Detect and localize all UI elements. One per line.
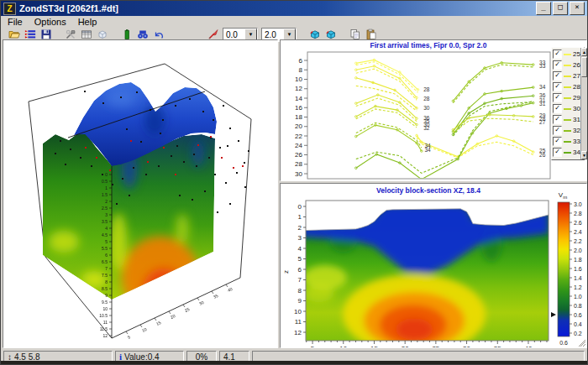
model3d-panel[interactable]: 00.511.522.533.544.555.566.577.588.599.5… [3,39,278,348]
menu-item-help[interactable]: Help [73,17,104,27]
legend-item-30[interactable]: ✓30 [553,103,580,114]
scroll-up-icon[interactable]: ▲ [581,48,587,56]
legend-scrollbar[interactable]: ▲▼ [580,48,587,159]
legend-label: 26 [573,61,580,69]
minimize-button[interactable]: _ [536,2,551,15]
legend-panel: ✓25✓26✓27✓28✓29✓30✓31✓32✓33✓34▲▼ [551,47,585,160]
legend-line-sample [564,141,571,143]
svg-text:28: 28 [295,160,302,168]
svg-text:6: 6 [298,266,302,274]
maximize-button[interactable]: □ [553,2,568,15]
colorbar-marker[interactable] [551,312,556,317]
traveltime-chart-svg[interactable]: First arrival times, Fipr 0.0, Spr 2.068… [281,40,586,180]
velocity-section-svg[interactable]: Velocity block-section XZ, 18.4012345678… [281,184,586,347]
svg-text:7: 7 [105,266,108,271]
legend-checkbox[interactable]: ✓ [553,126,562,135]
close-button[interactable]: × [570,2,585,15]
legend-item-29[interactable]: ✓29 [553,92,580,103]
model3d-svg[interactable]: 00.511.522.533.544.555.566.577.588.599.5… [3,40,277,347]
app-icon: Z [3,3,16,15]
open-icon [8,29,20,40]
svg-text:1.4: 1.4 [574,275,582,281]
section-y-axis-label: z [282,270,290,274]
svg-text:1.5: 1.5 [102,192,108,197]
window-title: ZondST3d [2062f1.#dt] [19,3,534,13]
undo-icon [153,29,165,40]
legend-item-27[interactable]: ✓27 [553,70,580,81]
svg-text:11: 11 [103,320,108,325]
svg-text:32: 32 [423,125,430,131]
legend-line-sample [564,54,571,55]
svg-text:33: 33 [539,63,546,69]
svg-text:1.0: 1.0 [574,294,582,300]
svg-text:10: 10 [102,306,108,311]
legend-checkbox[interactable]: ✓ [553,50,562,59]
svg-text:0.8: 0.8 [574,303,582,309]
legend-checkbox[interactable]: ✓ [553,104,562,113]
svg-text:9: 9 [105,293,108,298]
colorbar: Vm3.02.82.62.42.22.01.81.61.41.21.00.80.… [551,191,582,346]
svg-text:24: 24 [295,142,302,149]
cube-icon [97,29,108,40]
legend-item-28[interactable]: ✓28 [553,81,580,92]
colorbar-title: Vm [559,191,567,200]
legend-line-sample [564,152,571,154]
legend-label: 29 [573,94,580,102]
legend-line-sample [564,86,571,88]
legend-item-26[interactable]: ✓26 [553,60,580,70]
svg-text:6: 6 [105,253,108,258]
traveltime-chart-title: First arrival times, Fipr 0.0, Spr 2.0 [370,41,487,50]
legend-item-31[interactable]: ✓31 [553,114,580,125]
svg-text:28: 28 [423,96,430,102]
svg-text:8: 8 [298,287,302,295]
legend-label: 32 [573,127,580,134]
svg-text:25: 25 [432,345,439,347]
svg-text:10.5: 10.5 [99,313,108,318]
battery-icon [121,29,133,40]
svg-text:2.0: 2.0 [574,248,582,253]
svg-text:40: 40 [525,345,533,347]
svg-text:10: 10 [141,326,148,333]
legend-label: 30 [573,105,580,112]
tools-icon [65,29,76,40]
menu-bar: FileOptionsHelp [1,16,587,28]
legend-label: 27 [573,72,580,80]
position-icon: ↕ [8,352,12,362]
legend-item-32[interactable]: ✓32 [553,125,580,136]
traveltime-chart-panel[interactable]: First arrival times, Fipr 0.0, Spr 2.068… [280,39,587,181]
svg-text:8: 8 [299,66,303,74]
resize-grip[interactable] [578,339,585,347]
scroll-thumb[interactable] [581,57,587,77]
svg-text:1.8: 1.8 [574,257,582,263]
window-bottom-edge [1,361,587,364]
svg-text:0.6: 0.6 [574,312,582,318]
svg-text:5: 5 [311,345,315,347]
legend-checkbox[interactable]: ✓ [553,82,562,91]
cube-blue-1-icon [309,29,321,40]
legend-checkbox[interactable]: ✓ [553,137,562,146]
velocity-section-panel[interactable]: Velocity block-section XZ, 18.4012345678… [280,183,587,348]
scroll-down-icon[interactable]: ▼ [581,151,587,159]
legend-item-25[interactable]: ✓25 [553,49,580,60]
menu-item-file[interactable]: File [3,17,29,27]
legend-item-34[interactable]: ✓34 [553,147,580,158]
menu-item-options[interactable]: Options [29,17,73,27]
svg-text:6.5: 6.5 [102,259,108,264]
legend-item-33[interactable]: ✓33 [553,136,580,147]
legend-checkbox[interactable]: ✓ [553,115,562,124]
dropdown-value: 0.0 [223,30,244,39]
svg-text:30: 30 [295,170,302,178]
svg-text:7.5: 7.5 [102,273,108,278]
legend-checkbox[interactable]: ✓ [553,148,562,157]
svg-text:27: 27 [539,119,546,125]
svg-text:5: 5 [105,239,108,244]
legend-checkbox[interactable]: ✓ [553,71,562,81]
titlebar[interactable]: Z ZondST3d [2062f1.#dt] _ □ × [1,1,587,16]
svg-text:8.5: 8.5 [102,286,108,291]
svg-text:14: 14 [295,95,302,102]
save-icon [40,29,52,40]
legend-checkbox[interactable]: ✓ [553,60,562,70]
svg-text:2.4: 2.4 [574,229,582,235]
legend-label: 33 [573,138,580,145]
legend-checkbox[interactable]: ✓ [553,93,562,102]
